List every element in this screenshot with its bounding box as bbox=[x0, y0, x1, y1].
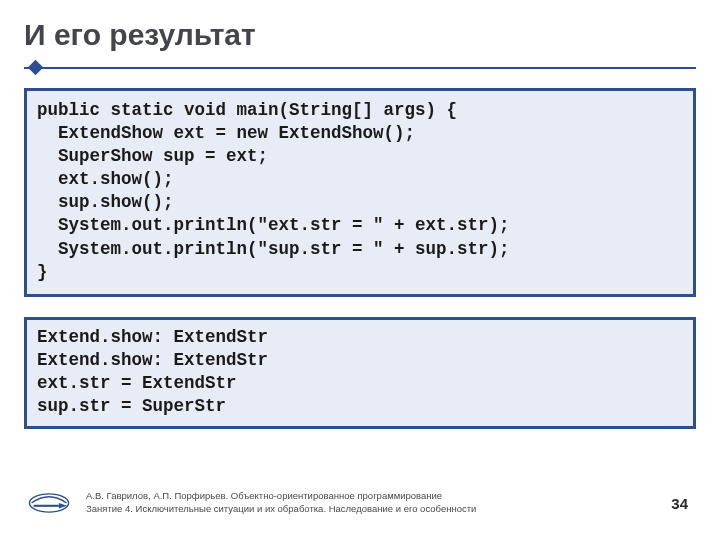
output-text: Extend.show: ExtendStr Extend.show: Exte… bbox=[37, 326, 683, 418]
code-block: public static void main(String[] args) {… bbox=[24, 88, 696, 297]
footer-line1: А.В. Гаврилов, А.П. Порфирьев. Объектно-… bbox=[86, 490, 671, 503]
divider-line bbox=[24, 67, 696, 69]
output-block: Extend.show: ExtendStr Extend.show: Exte… bbox=[24, 317, 696, 429]
logo-icon bbox=[28, 488, 70, 518]
slide: И его результат public static void main(… bbox=[0, 0, 720, 540]
divider-diamond-icon bbox=[28, 60, 44, 76]
footer-line2: Занятие 4. Исключительные ситуации и их … bbox=[86, 503, 671, 516]
title-divider bbox=[24, 62, 696, 74]
footer: А.В. Гаврилов, А.П. Порфирьев. Объектно-… bbox=[0, 482, 720, 524]
footer-text: А.В. Гаврилов, А.П. Порфирьев. Объектно-… bbox=[86, 490, 671, 516]
page-number: 34 bbox=[671, 495, 688, 512]
code-text: public static void main(String[] args) {… bbox=[37, 99, 683, 284]
slide-title: И его результат bbox=[24, 18, 696, 52]
